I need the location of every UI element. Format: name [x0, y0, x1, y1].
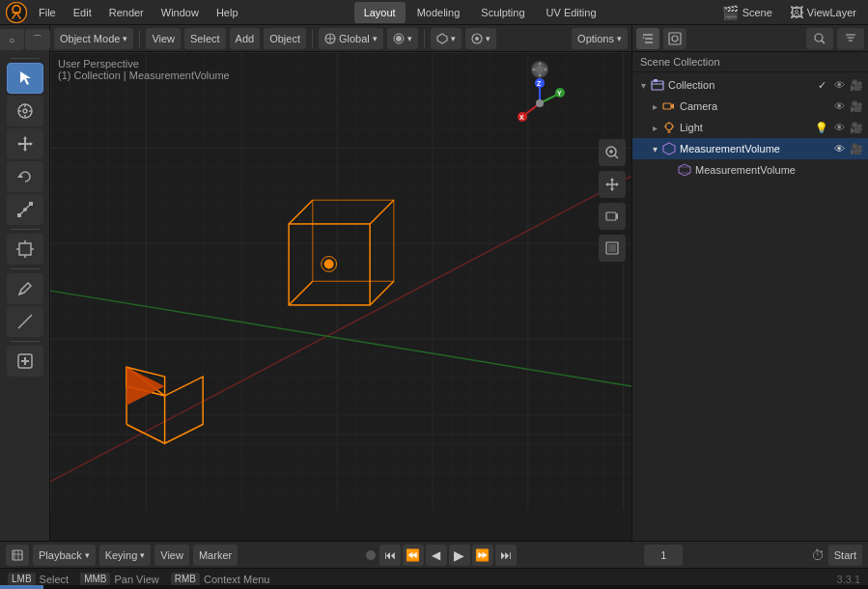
- main-content: ▣ ○ ⌒ ↖: [0, 25, 868, 541]
- light-expand-arrow[interactable]: ▸: [648, 121, 661, 134]
- jump-start-btn[interactable]: ⏮: [379, 545, 401, 566]
- clock-icon: ⏱: [811, 547, 825, 563]
- proportional-btn[interactable]: ▾: [465, 28, 496, 49]
- collection-expand-arrow[interactable]: ▾: [636, 78, 650, 92]
- light-eye-btn[interactable]: 👁: [831, 120, 847, 135]
- camera-actions: 👁 🎥: [831, 98, 864, 114]
- tool-add-object[interactable]: [7, 346, 43, 377]
- pan-key: MMB: [80, 573, 110, 585]
- svg-rect-119: [668, 131, 671, 133]
- tool-transform[interactable]: [7, 234, 43, 265]
- outliner-measurement-row[interactable]: ▾ MeasurementVolume 👁 🎥: [632, 138, 868, 159]
- camera-eye-btn[interactable]: 👁: [831, 98, 847, 114]
- camera-expand-arrow[interactable]: ▸: [648, 99, 661, 113]
- tool-measure[interactable]: [7, 306, 43, 337]
- svg-text:Z: Z: [537, 80, 542, 87]
- camera-view-btn[interactable]: [599, 203, 626, 230]
- view-menu[interactable]: View: [146, 28, 181, 49]
- collection-vis-checkbox[interactable]: ✓: [814, 77, 829, 93]
- outliner-collection-row[interactable]: ▾ Collection ✓ 👁 🎥: [632, 74, 868, 96]
- select-lasso-btn[interactable]: ⌒: [25, 29, 50, 50]
- playback-menu[interactable]: Playback ▾: [33, 545, 96, 566]
- measurement-eye-btn[interactable]: 👁: [831, 141, 847, 156]
- next-keyframe-btn[interactable]: ⏩: [472, 545, 493, 566]
- outliner-camera-row[interactable]: ▸ Camera 👁 🎥: [632, 96, 868, 117]
- viewlayer-name: ViewLayer: [807, 7, 856, 18]
- tool-annotate[interactable]: [7, 273, 43, 304]
- transform-pivot[interactable]: ▾: [387, 28, 418, 49]
- options-label: Options: [577, 33, 614, 44]
- light-bulb-icon[interactable]: 💡: [814, 120, 829, 135]
- tool-select[interactable]: [7, 63, 43, 94]
- current-frame-input[interactable]: 1: [644, 545, 683, 566]
- outliner-search-btn[interactable]: [806, 28, 833, 49]
- snap-btn[interactable]: ▾: [431, 28, 462, 49]
- tool-move[interactable]: [7, 128, 43, 159]
- camera-render-btn[interactable]: 🎥: [849, 98, 864, 114]
- svg-point-67: [531, 61, 548, 78]
- measurement-render-btn[interactable]: 🎥: [849, 141, 864, 156]
- start-btn[interactable]: Start: [828, 545, 862, 566]
- menu-edit[interactable]: Edit: [66, 2, 99, 23]
- keying-menu[interactable]: Keying ▾: [99, 545, 152, 566]
- collection-actions: ✓ 👁 🎥: [814, 77, 864, 93]
- svg-point-75: [535, 78, 545, 88]
- menu-file[interactable]: File: [31, 2, 64, 23]
- jump-end-btn[interactable]: ⏭: [495, 545, 517, 566]
- zoom-in-btn[interactable]: [599, 139, 626, 166]
- collection-eye-btn[interactable]: 👁: [831, 77, 847, 93]
- tool-scale[interactable]: [7, 194, 43, 225]
- outliner-tab-btn[interactable]: [636, 28, 659, 49]
- viewport-info: User Perspective (1) Collection | Measur…: [58, 58, 230, 81]
- svg-point-69: [536, 66, 544, 73]
- svg-marker-58: [126, 367, 165, 406]
- select-menu[interactable]: Select: [184, 28, 226, 49]
- left-toolbar: ▣ ○ ⌒ ↖: [0, 25, 50, 541]
- blender-logo: [4, 3, 29, 22]
- collection-render-btn[interactable]: 🎥: [849, 77, 864, 93]
- tab-modeling[interactable]: Modeling: [407, 2, 470, 23]
- transform-orient[interactable]: Global ▾: [319, 28, 383, 49]
- timeline-type-btn[interactable]: [6, 545, 29, 566]
- tab-sculpting[interactable]: Sculpting: [471, 2, 534, 23]
- options-button[interactable]: Options ▾: [572, 28, 628, 49]
- tool-rotate[interactable]: [7, 161, 43, 192]
- measurement-expand-arrow[interactable]: ▾: [648, 142, 661, 155]
- render-preview-btn[interactable]: [599, 235, 626, 262]
- svg-marker-57: [126, 367, 165, 396]
- tool-cursor[interactable]: [7, 96, 43, 126]
- tab-layout[interactable]: Layout: [354, 2, 406, 23]
- play-back-btn[interactable]: ◀: [426, 545, 447, 566]
- outliner-filter-btn[interactable]: [837, 28, 864, 49]
- menu-window[interactable]: Window: [154, 2, 207, 23]
- viewport-gizmo[interactable]: Z Y X: [506, 60, 574, 127]
- properties-tab-btn[interactable]: [663, 28, 686, 49]
- svg-line-64: [289, 281, 313, 305]
- outliner-light-row[interactable]: ▸ Light 💡 👁 🎥: [632, 117, 868, 138]
- object-menu[interactable]: Object: [264, 28, 306, 49]
- outliner-tree[interactable]: ▾ Collection ✓ 👁 🎥 ▸ Camera: [632, 72, 868, 541]
- pan-btn[interactable]: [599, 171, 626, 198]
- toolbar-sep-2: [11, 229, 40, 230]
- svg-rect-59: [313, 200, 394, 281]
- timeline-view-menu[interactable]: View: [154, 545, 189, 566]
- object-mode-dropdown[interactable]: Object Mode ▾: [54, 28, 133, 49]
- tab-uv-editing[interactable]: UV Editing: [537, 2, 606, 23]
- svg-marker-92: [605, 182, 608, 186]
- menu-help[interactable]: Help: [209, 2, 246, 23]
- workspace-tabs: Layout Modeling Sculpting UV Editing: [354, 2, 606, 23]
- menu-render[interactable]: Render: [101, 2, 152, 23]
- light-render-btn[interactable]: 🎥: [849, 120, 864, 135]
- viewport-canvas[interactable]: User Perspective (1) Collection | Measur…: [50, 52, 631, 541]
- select-circle-btn[interactable]: ○: [0, 29, 24, 50]
- prev-keyframe-btn[interactable]: ⏪: [403, 545, 424, 566]
- mesh-data-icon: [677, 162, 692, 178]
- outliner-mesh-data-row[interactable]: MeasurementVolume: [632, 159, 868, 181]
- add-menu[interactable]: Add: [230, 28, 261, 49]
- play-btn[interactable]: ▶: [449, 545, 470, 566]
- svg-rect-20: [29, 202, 33, 206]
- light-actions: 💡 👁 🎥: [814, 120, 864, 135]
- svg-rect-109: [652, 81, 663, 90]
- marker-menu[interactable]: Marker: [193, 545, 238, 566]
- svg-line-80: [523, 103, 540, 116]
